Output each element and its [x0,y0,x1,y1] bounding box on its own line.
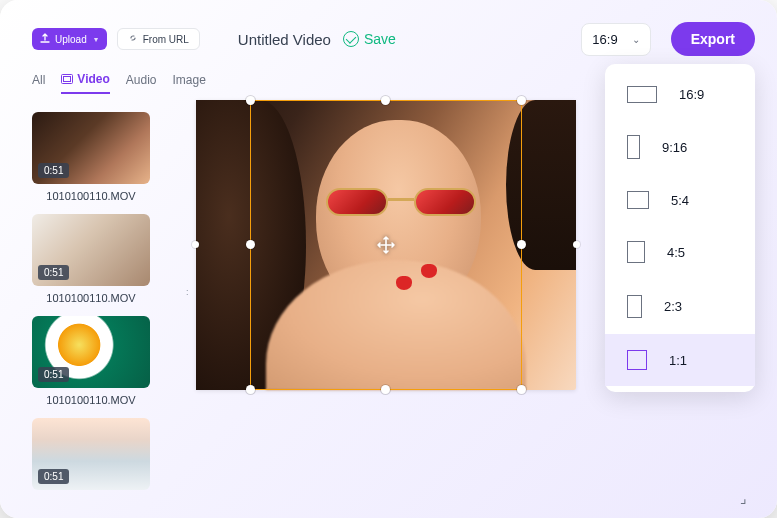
ratio-shape-icon [627,135,640,159]
topbar: Upload ▾ From URL Untitled Video Save 16… [0,0,777,66]
ratio-shape-icon [627,191,649,209]
video-canvas[interactable] [196,100,576,390]
media-tabs: All Video Audio Image [32,72,172,100]
tab-video[interactable]: Video [61,72,109,94]
aspect-ratio-value: 16:9 [592,32,617,47]
resize-corner-icon: ⌟ [740,490,747,506]
crop-handle-tm[interactable] [381,96,390,105]
export-button[interactable]: Export [671,22,755,56]
crop-handle-bl[interactable] [246,385,255,394]
ratio-label: 9:16 [662,140,687,155]
clip-thumbnail[interactable]: 0:51 [32,418,150,490]
upload-icon [40,33,50,45]
move-cursor-icon [375,234,397,256]
ratio-shape-icon [627,350,647,370]
chevron-down-icon: ▾ [94,35,98,44]
ratio-option-4-5[interactable]: 4:5 [605,225,755,279]
upload-button[interactable]: Upload ▾ [32,28,107,50]
ratio-label: 2:3 [664,299,682,314]
from-url-label: From URL [143,34,189,45]
from-url-button[interactable]: From URL [117,28,200,50]
clip-duration: 0:51 [38,163,69,178]
clip-thumbnail[interactable]: 0:51 [32,316,150,388]
ratio-label: 16:9 [679,87,704,102]
ratio-option-5-4[interactable]: 5:4 [605,175,755,225]
aspect-ratio-select[interactable]: 16:9 ⌄ [581,23,650,56]
ratio-option-9-16[interactable]: 9:16 [605,119,755,175]
ratio-option-16-9[interactable]: 16:9 [605,70,755,119]
clip-item[interactable]: 0:51 [32,418,168,490]
canvas-handle-left[interactable] [192,241,199,248]
clip-item[interactable]: 0:511010100110.MOV [32,214,168,304]
project-title[interactable]: Untitled Video [238,31,331,48]
clip-duration: 0:51 [38,265,69,280]
clip-duration: 0:51 [38,367,69,382]
clip-filename: 1010100110.MOV [32,190,150,202]
clip-filename: 1010100110.MOV [32,394,150,406]
clip-item[interactable]: 0:511010100110.MOV [32,112,168,202]
ratio-shape-icon [627,295,642,318]
ratio-shape-icon [627,241,645,263]
crop-handle-bm[interactable] [381,385,390,394]
link-icon [128,33,138,45]
upload-label: Upload [55,34,87,45]
crop-handle-tl[interactable] [246,96,255,105]
tab-audio[interactable]: Audio [126,72,157,94]
crop-handle-mr[interactable] [517,240,526,249]
clip-duration: 0:51 [38,469,69,484]
save-label: Save [364,31,396,47]
tab-all[interactable]: All [32,72,45,94]
title-group: Untitled Video Save [238,31,396,48]
ratio-label: 5:4 [671,193,689,208]
ratio-option-1-1[interactable]: 1:1 [605,334,755,386]
save-status: Save [343,31,396,47]
video-editor-app: Upload ▾ From URL Untitled Video Save 16… [0,0,777,518]
crop-handle-tr[interactable] [517,96,526,105]
aspect-ratio-panel: 16:99:165:44:52:31:1 [605,64,755,392]
svg-rect-1 [64,77,71,82]
canvas-handle-right[interactable] [573,241,580,248]
ratio-shape-icon [627,86,657,103]
sidebar-collapse-handle[interactable]: ∶ [184,274,190,310]
crop-frame[interactable] [250,100,522,390]
ratio-label: 4:5 [667,245,685,260]
clip-item[interactable]: 0:511010100110.MOV [32,316,168,406]
video-icon [61,74,73,84]
chevron-down-icon: ⌄ [632,34,640,45]
ratio-option-2-3[interactable]: 2:3 [605,279,755,334]
check-circle-icon [343,31,359,47]
media-sidebar: All Video Audio Image 0:511010100110.MOV… [0,66,190,518]
clip-thumbnail[interactable]: 0:51 [32,214,150,286]
crop-handle-br[interactable] [517,385,526,394]
ratio-label: 1:1 [669,353,687,368]
clip-thumbnail[interactable]: 0:51 [32,112,150,184]
clip-filename: 1010100110.MOV [32,292,150,304]
clip-list[interactable]: 0:511010100110.MOV0:511010100110.MOV0:51… [32,112,172,518]
crop-handle-ml[interactable] [246,240,255,249]
